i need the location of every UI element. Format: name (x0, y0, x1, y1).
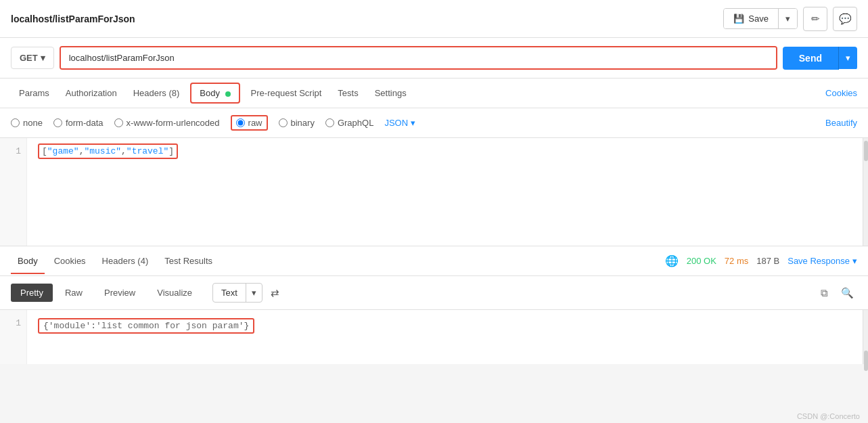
beautify-link[interactable]: Beautify (825, 118, 857, 128)
radio-urlencoded[interactable]: x-www-form-urlencoded (114, 118, 220, 128)
radio-none[interactable]: none (11, 118, 43, 128)
chat-button[interactable]: 💬 (833, 7, 857, 31)
radio-binary[interactable]: binary (279, 118, 315, 128)
save-icon: 💾 (733, 14, 744, 24)
text-label: Text (213, 284, 246, 302)
radio-graphql[interactable]: GraphQL (325, 118, 373, 128)
resp-tab-body[interactable]: Body (11, 248, 45, 274)
request-tabs-row: Params Authorization Headers (8) Body Pr… (0, 79, 868, 108)
save-dropdown-arrow[interactable]: ▾ (779, 9, 797, 28)
title-bar: localhost/listParamForJson 💾 Save ▾ ✏ 💬 (0, 0, 868, 38)
tab-params[interactable]: Params (11, 80, 58, 106)
send-dropdown-arrow[interactable]: ▾ (839, 47, 857, 69)
tab-body[interactable]: Body (190, 83, 239, 104)
resp-value: 'list common for json param' (96, 321, 244, 331)
resp-open-brace: { (43, 321, 49, 331)
json-value-3: "travel" (127, 146, 168, 156)
wrap-icon[interactable]: ⇄ (271, 287, 279, 299)
url-input-wrapper (60, 46, 777, 70)
footer-watermark: CSDN @:Concerto (797, 412, 860, 420)
json-value-2: "music" (84, 146, 121, 156)
tab-tests[interactable]: Tests (329, 80, 366, 106)
status-time: 72 ms (725, 256, 748, 266)
line-number-1: 1 (5, 146, 21, 156)
json-format-select[interactable]: JSON ▾ (384, 118, 415, 128)
text-format-select: Text ▾ (212, 283, 262, 303)
response-tabs-row: Body Cookies Headers (4) Test Results 🌐 … (0, 246, 868, 276)
request-code-editor: 1 ["game","music","travel"] (0, 138, 868, 246)
save-button[interactable]: 💾 Save (724, 9, 779, 28)
resp-tab-test-results[interactable]: Test Results (158, 248, 219, 274)
resp-colon: : (91, 321, 96, 331)
title-bar-actions: 💾 Save ▾ ✏ 💬 (723, 7, 857, 31)
status-info: 🌐 200 OK 72 ms 187 B Save Response ▾ (665, 254, 857, 267)
response-code-content[interactable]: {'module':'list common for json param'} (27, 310, 863, 364)
send-button[interactable]: Send (783, 47, 839, 70)
globe-icon: 🌐 (665, 254, 679, 267)
code-highlighted-block: ["game","music","travel"] (38, 143, 178, 159)
response-code-area: 1 {'module':'list common for json param'… (0, 310, 868, 364)
tab-settings[interactable]: Settings (367, 80, 415, 106)
resp-line-number-1: 1 (5, 318, 21, 328)
editor-scrollbar[interactable] (863, 138, 868, 246)
window-title: localhost/listParamForJson (11, 14, 135, 24)
format-tab-visualize[interactable]: Visualize (147, 284, 202, 302)
save-button-group: 💾 Save ▾ (723, 8, 798, 29)
chat-icon: 💬 (839, 13, 852, 25)
code-content-area[interactable]: ["game","music","travel"] (27, 138, 863, 246)
response-section: Body Cookies Headers (4) Test Results 🌐 … (0, 246, 868, 364)
status-size: 187 B (756, 256, 779, 266)
status-ok: 200 OK (687, 256, 716, 266)
radio-none-input[interactable] (11, 118, 20, 127)
json-label: JSON (384, 118, 408, 128)
body-type-row: none form-data x-www-form-urlencoded raw… (0, 108, 868, 138)
text-select-arrow[interactable]: ▾ (246, 284, 262, 302)
open-bracket: [ (42, 146, 47, 156)
body-active-dot (225, 91, 231, 97)
resp-key: 'module' (49, 321, 91, 331)
url-input[interactable] (61, 47, 776, 68)
json-arrow: ▾ (411, 118, 415, 128)
tab-authorization[interactable]: Authorization (58, 80, 125, 106)
copy-button[interactable]: ⧉ (814, 283, 834, 303)
resp-tab-headers[interactable]: Headers (4) (95, 248, 156, 274)
response-scrollbar[interactable] (863, 310, 868, 364)
radio-urlencoded-input[interactable] (114, 118, 123, 127)
radio-raw-input[interactable] (236, 118, 245, 127)
method-label: GET (20, 53, 38, 63)
response-line-numbers: 1 (0, 310, 27, 364)
radio-form-data[interactable]: form-data (53, 118, 104, 128)
radio-form-data-input[interactable] (53, 118, 62, 127)
edit-button[interactable]: ✏ (803, 7, 827, 31)
tab-pre-request-script[interactable]: Pre-request Script (243, 80, 330, 106)
radio-graphql-input[interactable] (325, 118, 334, 127)
response-highlighted-block: {'module':'list common for json param'} (38, 318, 254, 334)
radio-raw[interactable]: raw (231, 115, 268, 131)
method-arrow: ▾ (41, 53, 45, 63)
json-value-1: "game" (47, 146, 79, 156)
edit-icon: ✏ (811, 13, 820, 25)
close-bracket: ] (168, 146, 174, 156)
tab-headers[interactable]: Headers (8) (125, 80, 188, 106)
send-button-group: Send ▾ (783, 47, 857, 70)
cookies-link[interactable]: Cookies (825, 88, 857, 98)
method-select[interactable]: GET ▾ (11, 47, 54, 69)
response-scrollbar-thumb (864, 351, 868, 371)
resp-close-brace: } (244, 321, 249, 331)
comma-2: , (121, 146, 127, 156)
format-tab-preview[interactable]: Preview (95, 284, 145, 302)
format-tab-raw[interactable]: Raw (55, 284, 92, 302)
line-numbers: 1 (0, 138, 27, 246)
editor-scrollbar-thumb (864, 141, 868, 161)
resp-tab-cookies[interactable]: Cookies (47, 248, 93, 274)
save-response-arrow: ▾ (852, 256, 857, 266)
url-bar: GET ▾ Send ▾ (0, 38, 868, 79)
format-tab-pretty[interactable]: Pretty (11, 284, 53, 302)
response-format-row: Pretty Raw Preview Visualize Text ▾ ⇄ ⧉ … (0, 276, 868, 310)
search-button[interactable]: 🔍 (837, 283, 857, 303)
radio-binary-input[interactable] (279, 118, 288, 127)
save-response-button[interactable]: Save Response ▾ (787, 256, 857, 266)
